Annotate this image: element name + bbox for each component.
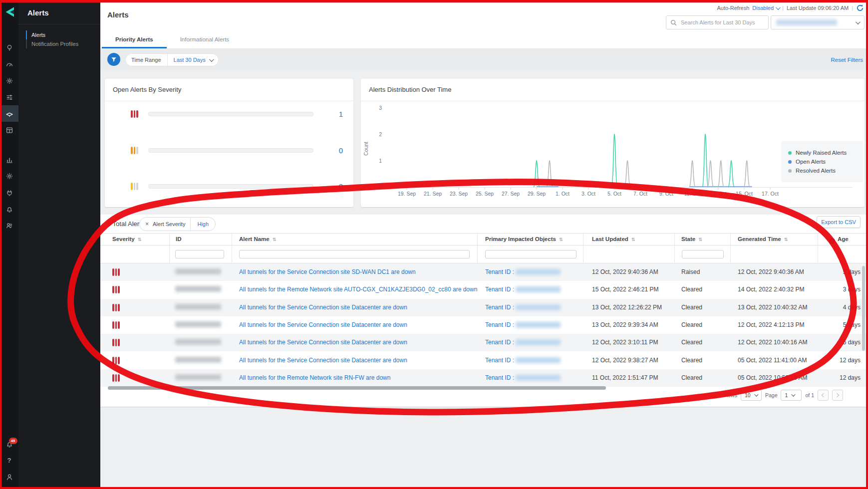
rail-item-notification-bell[interactable]: 49 bbox=[0, 436, 18, 452]
rail-item-settings-gear[interactable] bbox=[0, 72, 18, 89]
rows-per-page-select[interactable]: 10 bbox=[741, 390, 762, 401]
info-icon[interactable]: i bbox=[829, 238, 835, 244]
rail-item-apps-grid[interactable] bbox=[0, 122, 18, 138]
rail-item-dashboard[interactable] bbox=[0, 56, 18, 72]
rail-item-users[interactable] bbox=[0, 217, 18, 234]
tenant-id-link[interactable]: Tenant ID : bbox=[485, 286, 514, 293]
rail-item-gear[interactable] bbox=[0, 168, 18, 184]
tenant-id-redacted bbox=[516, 357, 561, 363]
legend-item-open-alerts[interactable]: Open Alerts bbox=[788, 159, 856, 165]
time-range-filter[interactable]: Time Range Last 30 Days bbox=[125, 53, 219, 66]
sort-icon[interactable]: ⇅ bbox=[784, 237, 788, 242]
tenant-id-link[interactable]: Tenant ID : bbox=[485, 304, 514, 311]
chevron-down-icon bbox=[791, 392, 795, 396]
refresh-meta: Auto-Refresh Disabled | Last Update 09:0… bbox=[717, 4, 864, 12]
legend-item-newly-raised-alerts[interactable]: Newly Raised Alerts bbox=[788, 150, 856, 156]
table-row[interactable]: All tunnels for the Service Connection s… bbox=[100, 334, 868, 351]
alert-name-link[interactable]: All tunnels for the Service Connection s… bbox=[239, 321, 407, 328]
rail-item-integrations-plug[interactable] bbox=[0, 184, 18, 201]
table-row[interactable]: All tunnels for the Remote Network site … bbox=[100, 281, 868, 298]
severity-bar bbox=[148, 184, 313, 189]
rail-item-activity-bars[interactable] bbox=[0, 151, 18, 168]
chip-close-icon[interactable]: × bbox=[140, 221, 153, 228]
chip-value[interactable]: High bbox=[191, 221, 215, 227]
tab-priority-alerts[interactable]: Priority Alerts bbox=[102, 32, 167, 48]
filter-funnel-button[interactable] bbox=[107, 53, 120, 66]
severity-low-icon bbox=[131, 183, 138, 190]
column-header-primary-impacted-objects[interactable]: Primary Impacted Objects⇅ bbox=[485, 236, 563, 242]
alert-name-link[interactable]: All tunnels for the Remote Network site … bbox=[239, 374, 390, 381]
chevron-down-icon bbox=[856, 19, 861, 24]
tenant-id-link[interactable]: Tenant ID : bbox=[485, 321, 514, 328]
alert-name-link[interactable]: All tunnels for the Remote Network site … bbox=[239, 286, 477, 293]
alert-id-redacted bbox=[175, 304, 221, 311]
sort-icon[interactable]: ⇅ bbox=[698, 237, 702, 242]
severity-high-icon bbox=[112, 268, 120, 278]
time-range-value[interactable]: Last 30 Days bbox=[168, 57, 219, 63]
filter-input-primary-impacted-objects[interactable] bbox=[485, 250, 577, 258]
column-header-alert-name[interactable]: Alert Name⇅ bbox=[239, 236, 276, 242]
column-header-last-updated[interactable]: Last Updated⇅ bbox=[592, 236, 635, 242]
tenant-selector[interactable] bbox=[771, 15, 865, 29]
auto-refresh-toggle[interactable]: Disabled bbox=[752, 5, 779, 11]
last-update-text: Last Update 09:06:20 AM bbox=[787, 5, 849, 11]
tenant-id-link[interactable]: Tenant ID : bbox=[485, 339, 514, 346]
vertical-scrollbar[interactable] bbox=[862, 266, 865, 351]
rail-item-lightbulb[interactable] bbox=[0, 39, 18, 56]
horizontal-scrollbar[interactable] bbox=[108, 386, 606, 390]
alert-name-link[interactable]: All tunnels for the Service Connection s… bbox=[239, 339, 407, 346]
app-logo-icon[interactable] bbox=[3, 6, 15, 18]
sort-icon[interactable]: ⇅ bbox=[273, 237, 277, 242]
tab-informational-alerts[interactable]: Informational Alerts bbox=[167, 32, 243, 48]
chart-legend: Newly Raised AlertsOpen AlertsResolved A… bbox=[781, 141, 863, 182]
filter-input-alert-name[interactable] bbox=[239, 250, 470, 258]
tenant-id-link[interactable]: Tenant ID : bbox=[485, 357, 514, 364]
table-row[interactable]: All tunnels for the Remote Network site … bbox=[100, 369, 868, 387]
prev-page-button[interactable] bbox=[818, 390, 829, 401]
generated-time-cell: 12 Oct, 2022 10:40:16 AM bbox=[738, 339, 807, 346]
rows-label: Rows bbox=[724, 392, 737, 398]
table-row[interactable]: All tunnels for the Service Connection s… bbox=[100, 352, 868, 369]
search-input[interactable] bbox=[680, 19, 764, 26]
rail-item-console[interactable] bbox=[0, 105, 18, 122]
integrations-plug-icon bbox=[5, 189, 13, 197]
column-divider bbox=[674, 233, 675, 263]
sort-icon[interactable]: ⇅ bbox=[559, 237, 563, 242]
severity-high-icon bbox=[112, 321, 120, 331]
refresh-icon[interactable] bbox=[856, 4, 864, 12]
alert-name-link[interactable]: All tunnels for the Service Connection s… bbox=[239, 357, 407, 364]
rail-item-workflow[interactable] bbox=[0, 89, 18, 105]
sidebar-item-alerts[interactable]: Alerts bbox=[26, 30, 100, 39]
sidebar-item-notification-profiles[interactable]: Notification Profiles bbox=[26, 39, 100, 48]
alert-name-link[interactable]: All tunnels for the Service Connection s… bbox=[239, 304, 407, 311]
rail-item-profile[interactable] bbox=[0, 469, 18, 485]
page-select[interactable]: 1 bbox=[781, 390, 802, 401]
export-csv-button[interactable]: Export to CSV bbox=[817, 216, 861, 228]
column-header-severity[interactable]: Severity⇅ bbox=[112, 236, 141, 242]
alert-id-redacted bbox=[175, 339, 221, 346]
chevron-right-icon bbox=[835, 393, 839, 397]
sort-icon[interactable]: ⇅ bbox=[138, 237, 142, 242]
column-header-state[interactable]: State⇅ bbox=[681, 236, 702, 242]
svg-text:Count: Count bbox=[363, 142, 369, 156]
tenant-id-link[interactable]: Tenant ID : bbox=[485, 268, 514, 275]
rail-item-bell[interactable] bbox=[0, 201, 18, 217]
alert-name-link[interactable]: All tunnels for the Service Connection s… bbox=[239, 268, 416, 275]
next-page-button[interactable] bbox=[832, 390, 843, 401]
rail-item-help[interactable]: ? bbox=[0, 452, 18, 469]
filter-input-id[interactable] bbox=[175, 250, 224, 258]
chevron-down-icon bbox=[209, 57, 214, 62]
sort-icon[interactable]: ⇅ bbox=[631, 237, 635, 242]
svg-text:21. Sep: 21. Sep bbox=[424, 191, 442, 197]
legend-item-resolved-alerts[interactable]: Resolved Alerts bbox=[788, 168, 856, 174]
table-row[interactable]: All tunnels for the Service Connection s… bbox=[100, 299, 868, 316]
tenant-id-link[interactable]: Tenant ID : bbox=[485, 374, 514, 381]
table-row[interactable]: All tunnels for the Service Connection s… bbox=[100, 263, 868, 281]
svg-text:19. Sep: 19. Sep bbox=[398, 191, 416, 197]
table-row[interactable]: All tunnels for the Service Connection s… bbox=[100, 316, 868, 334]
filter-input-state[interactable] bbox=[682, 250, 724, 258]
column-header-generated-time[interactable]: Generated Time⇅ bbox=[738, 236, 788, 242]
workflow-icon bbox=[5, 93, 13, 101]
reset-filters-link[interactable]: Reset Filters bbox=[831, 49, 863, 70]
severity-high-icon bbox=[112, 339, 120, 348]
